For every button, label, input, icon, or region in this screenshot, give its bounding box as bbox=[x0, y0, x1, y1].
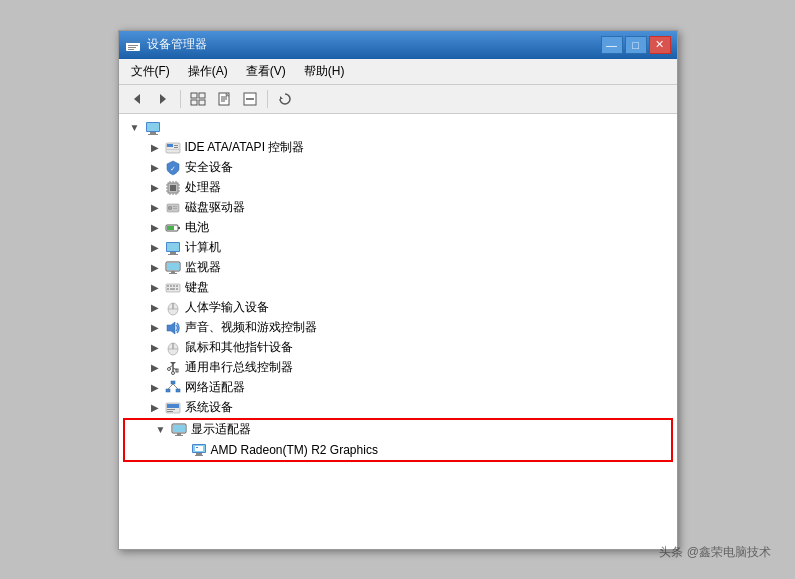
tree-item-monitor[interactable]: ▶ 监视器 bbox=[119, 258, 677, 278]
title-controls: — □ ✕ bbox=[601, 36, 671, 54]
system-icon bbox=[165, 400, 181, 416]
tree-item-keyboard[interactable]: ▶ 键盘 bbox=[119, 278, 677, 298]
tree-item-display[interactable]: ▼ 显示适配器 bbox=[125, 420, 671, 440]
amd-icon bbox=[191, 442, 207, 458]
menu-action[interactable]: 操作(A) bbox=[180, 61, 236, 82]
tree-item-mouse[interactable]: ▶ 鼠标和其他指针设备 bbox=[119, 338, 677, 358]
tree-item-computer[interactable]: ▶ 计算机 bbox=[119, 238, 677, 258]
device-tree-content[interactable]: ▼ ▶ bbox=[119, 114, 677, 549]
window-icon bbox=[125, 37, 141, 53]
computer2-icon bbox=[165, 240, 181, 256]
svg-rect-7 bbox=[191, 93, 197, 98]
tree-item-usb[interactable]: ▶ 通用串行总线控制器 bbox=[119, 358, 677, 378]
refresh-button[interactable] bbox=[273, 88, 297, 110]
root-expander: ▼ bbox=[127, 120, 143, 136]
svg-rect-96 bbox=[196, 447, 198, 448]
tree-item-hid[interactable]: ▶ 人体学输入设备 bbox=[119, 298, 677, 318]
tree-item-disk[interactable]: ▶ 磁盘驱动器 bbox=[119, 198, 677, 218]
forward-icon bbox=[156, 92, 170, 106]
svg-rect-30 bbox=[170, 185, 176, 191]
menu-help[interactable]: 帮助(H) bbox=[296, 61, 353, 82]
forward-button[interactable] bbox=[151, 88, 175, 110]
svg-rect-86 bbox=[167, 404, 179, 408]
svg-rect-65 bbox=[170, 288, 175, 290]
show-hidden-icon bbox=[190, 92, 206, 106]
svg-rect-24 bbox=[167, 144, 173, 147]
show-hidden-button[interactable] bbox=[186, 88, 210, 110]
display-label: 显示适配器 bbox=[191, 421, 251, 438]
collapse-button[interactable] bbox=[238, 88, 262, 110]
svg-rect-22 bbox=[148, 134, 158, 135]
svg-rect-58 bbox=[169, 273, 177, 274]
svg-text:✓: ✓ bbox=[170, 165, 176, 172]
svg-rect-9 bbox=[191, 100, 197, 105]
sound-expander: ▶ bbox=[147, 320, 163, 336]
svg-rect-80 bbox=[171, 381, 175, 384]
collapse-icon bbox=[243, 92, 257, 106]
properties-button[interactable] bbox=[212, 88, 236, 110]
toolbar bbox=[119, 85, 677, 114]
battery-icon bbox=[165, 220, 181, 236]
sound-icon bbox=[165, 320, 181, 336]
svg-rect-62 bbox=[173, 285, 175, 287]
network-icon bbox=[165, 380, 181, 396]
tree-item-battery[interactable]: ▶ 电池 bbox=[119, 218, 677, 238]
network-expander: ▶ bbox=[147, 380, 163, 396]
hid-icon bbox=[165, 300, 181, 316]
svg-rect-21 bbox=[150, 132, 156, 134]
svg-marker-5 bbox=[134, 94, 140, 104]
close-button[interactable]: ✕ bbox=[649, 36, 671, 54]
sound-label: 声音、视频和游戏控制器 bbox=[185, 319, 317, 336]
display-expander: ▼ bbox=[153, 422, 169, 438]
cpu-expander: ▶ bbox=[147, 180, 163, 196]
tree-item-ide[interactable]: ▶ IDE ATA/ATAPI 控制器 bbox=[119, 138, 677, 158]
watermark: 头条 @鑫荣电脑技术 bbox=[659, 544, 771, 561]
svg-rect-56 bbox=[167, 263, 179, 270]
window-title: 设备管理器 bbox=[147, 36, 207, 53]
cpu-icon bbox=[165, 180, 181, 196]
display-icon bbox=[171, 422, 187, 438]
svg-line-83 bbox=[168, 384, 173, 389]
svg-point-79 bbox=[171, 371, 174, 374]
cpu-label: 处理器 bbox=[185, 179, 221, 196]
disk-icon bbox=[165, 200, 181, 216]
svg-line-84 bbox=[173, 384, 178, 389]
tree-item-system[interactable]: ▶ 系统设备 bbox=[119, 398, 677, 418]
system-expander: ▶ bbox=[147, 400, 163, 416]
svg-rect-88 bbox=[167, 411, 173, 412]
menu-view[interactable]: 查看(V) bbox=[238, 61, 294, 82]
svg-rect-63 bbox=[176, 285, 178, 287]
back-button[interactable] bbox=[125, 88, 149, 110]
tree-item-network[interactable]: ▶ 网络适配器 bbox=[119, 378, 677, 398]
ide-label: IDE ATA/ATAPI 控制器 bbox=[185, 139, 305, 156]
mouse-icon bbox=[165, 340, 181, 356]
computer-label: 计算机 bbox=[185, 239, 221, 256]
system-label: 系统设备 bbox=[185, 399, 233, 416]
monitor-expander: ▶ bbox=[147, 260, 163, 276]
usb-icon bbox=[165, 360, 181, 376]
svg-rect-1 bbox=[126, 40, 140, 43]
svg-rect-90 bbox=[173, 425, 185, 432]
menu-file[interactable]: 文件(F) bbox=[123, 61, 178, 82]
svg-rect-57 bbox=[171, 271, 175, 273]
menu-bar: 文件(F) 操作(A) 查看(V) 帮助(H) bbox=[119, 59, 677, 85]
keyboard-expander: ▶ bbox=[147, 280, 163, 296]
tree-item-sound[interactable]: ▶ 声音、视频和游戏控制器 bbox=[119, 318, 677, 338]
usb-expander: ▶ bbox=[147, 360, 163, 376]
svg-rect-4 bbox=[128, 49, 134, 50]
battery-expander: ▶ bbox=[147, 220, 163, 236]
minimize-button[interactable]: — bbox=[601, 36, 623, 54]
mouse-label: 鼠标和其他指针设备 bbox=[185, 339, 293, 356]
computer-icon bbox=[145, 120, 161, 136]
tree-item-safe[interactable]: ▶ ✓ 安全设备 bbox=[119, 158, 677, 178]
svg-rect-61 bbox=[170, 285, 172, 287]
tree-root[interactable]: ▼ bbox=[119, 118, 677, 138]
svg-rect-52 bbox=[167, 243, 179, 251]
monitor-icon bbox=[165, 260, 181, 276]
maximize-button[interactable]: □ bbox=[625, 36, 647, 54]
svg-rect-66 bbox=[176, 288, 178, 290]
safe-expander: ▶ bbox=[147, 160, 163, 176]
properties-icon bbox=[217, 92, 231, 106]
tree-item-amd[interactable]: ▶ AMD Radeon(TM) R2 Graphics bbox=[125, 440, 671, 460]
tree-item-cpu[interactable]: ▶ 处理器 bbox=[119, 178, 677, 198]
